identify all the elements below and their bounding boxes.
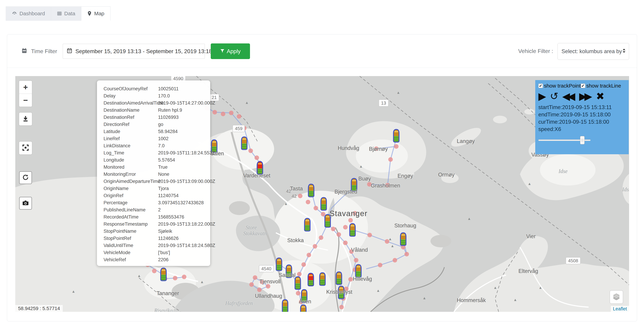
- slider-handle[interactable]: [580, 136, 584, 144]
- bus-marker[interactable]: [302, 290, 307, 302]
- bus-marker-highlighted[interactable]: [308, 273, 314, 286]
- zoom-out-button[interactable]: −: [19, 94, 32, 107]
- track-point[interactable]: [297, 272, 302, 276]
- track-point[interactable]: [367, 182, 372, 186]
- track-point[interactable]: [344, 286, 348, 291]
- bus-marker[interactable]: [308, 184, 314, 197]
- track-point[interactable]: [248, 148, 253, 153]
- bus-marker[interactable]: [295, 277, 300, 290]
- track-point[interactable]: [173, 276, 177, 280]
- track-point[interactable]: [302, 262, 306, 267]
- bus-marker[interactable]: [286, 265, 292, 278]
- checkbox-show-trackLine[interactable]: ✔: [581, 84, 585, 88]
- bus-marker[interactable]: [276, 258, 282, 271]
- track-point[interactable]: [343, 240, 348, 245]
- track-point[interactable]: [254, 156, 259, 160]
- track-point[interactable]: [249, 282, 254, 287]
- track-point[interactable]: [378, 263, 382, 267]
- track-point[interactable]: [392, 258, 397, 262]
- speed-slider[interactable]: [538, 136, 592, 144]
- bus-marker[interactable]: [161, 268, 166, 281]
- track-point[interactable]: [385, 239, 389, 244]
- layers-control[interactable]: [610, 290, 623, 304]
- track-point[interactable]: [257, 288, 262, 292]
- player-status-lines: startTime:2019-09-15 15:13:11endTime:201…: [538, 104, 626, 133]
- close-icon[interactable]: ✖: [596, 91, 604, 101]
- bus-marker[interactable]: [321, 198, 326, 210]
- popup-row: LinkDistance7.0: [97, 142, 210, 150]
- fast-forward-icon[interactable]: ▶▶: [579, 91, 592, 101]
- download-button[interactable]: [19, 112, 32, 126]
- leaflet-attribution-link[interactable]: Leaflet: [613, 306, 627, 312]
- replay-icon[interactable]: ↺: [550, 91, 558, 101]
- bus-marker[interactable]: [282, 300, 288, 312]
- track-point[interactable]: [353, 211, 357, 216]
- track-point[interactable]: [348, 218, 353, 222]
- bus-marker[interactable]: [304, 218, 310, 231]
- popup-field-value: 1002: [158, 136, 168, 142]
- bus-marker[interactable]: [350, 224, 355, 236]
- play-icon[interactable]: ▶: [538, 91, 546, 101]
- track-point[interactable]: [339, 305, 344, 309]
- track-point[interactable]: [331, 227, 336, 231]
- track-point[interactable]: [394, 144, 398, 149]
- popup-field-key: VehicleMode: [104, 250, 130, 255]
- track-point[interactable]: [296, 291, 300, 296]
- track-point[interactable]: [349, 249, 354, 254]
- track-point[interactable]: [354, 258, 358, 262]
- track-point[interactable]: [229, 111, 234, 115]
- track-point[interactable]: [182, 275, 186, 279]
- track-point[interactable]: [152, 269, 156, 273]
- track-point[interactable]: [404, 252, 409, 256]
- zoom-in-button[interactable]: +: [19, 81, 32, 94]
- track-point[interactable]: [212, 110, 217, 114]
- bus-marker[interactable]: [336, 272, 342, 284]
- popup-row: StopPointRef11246626: [97, 235, 210, 242]
- track-point[interactable]: [336, 232, 341, 237]
- popup-row: ValidUntilTime2019-09-15T14:18:24.580Z: [97, 242, 210, 249]
- date-range-input[interactable]: September 15, 2019 13:13 - September 15,…: [63, 44, 205, 59]
- popup-field-key: Longitude: [104, 158, 124, 163]
- track-point[interactable]: [368, 233, 372, 237]
- vehicle-filter-select[interactable]: Select: kolumbus area by: [558, 43, 629, 60]
- apply-button[interactable]: Apply: [211, 44, 250, 59]
- tab-map[interactable]: Map: [81, 6, 110, 21]
- track-point[interactable]: [385, 183, 390, 188]
- track-point[interactable]: [343, 225, 348, 230]
- popup-field-value: Sjøleik: [158, 228, 172, 234]
- track-point[interactable]: [306, 200, 310, 204]
- bus-marker[interactable]: [242, 137, 247, 150]
- track-point[interactable]: [237, 114, 241, 119]
- track-point[interactable]: [348, 277, 353, 282]
- track-point[interactable]: [253, 275, 257, 280]
- rewind-icon[interactable]: ◀◀: [562, 91, 575, 101]
- bus-marker[interactable]: [300, 305, 306, 312]
- track-point[interactable]: [298, 194, 302, 198]
- bus-marker[interactable]: [320, 273, 325, 286]
- track-point[interactable]: [307, 253, 311, 257]
- bus-marker[interactable]: [351, 178, 357, 191]
- tab-dashboard[interactable]: Dashboard: [6, 6, 51, 21]
- track-point[interactable]: [321, 212, 326, 216]
- refresh-button[interactable]: [19, 171, 32, 184]
- track-point[interactable]: [313, 244, 317, 248]
- track-point[interactable]: [319, 235, 323, 240]
- map[interactable]: dalenVardenesetHundvågBjørnøyLangøyVassø…: [15, 76, 629, 312]
- track-point[interactable]: [314, 206, 318, 210]
- bus-marker[interactable]: [356, 264, 361, 277]
- track-point[interactable]: [388, 157, 393, 162]
- bus-marker[interactable]: [325, 214, 330, 227]
- bus-marker[interactable]: [338, 286, 344, 299]
- bus-marker[interactable]: [394, 130, 399, 142]
- track-point[interactable]: [266, 284, 270, 288]
- track-point[interactable]: [221, 112, 225, 116]
- bus-marker-highlighted[interactable]: [257, 162, 263, 174]
- fullscreen-button[interactable]: [19, 141, 32, 155]
- track-point[interactable]: [374, 146, 378, 151]
- checkbox-show-trackPoint[interactable]: ✔: [538, 84, 543, 88]
- bus-marker[interactable]: [400, 233, 406, 246]
- camera-button[interactable]: [19, 197, 32, 210]
- tab-data[interactable]: Data: [51, 6, 81, 21]
- track-point[interactable]: [260, 280, 264, 284]
- player-status-text: endTime:2019-09-15 15:18:00: [538, 111, 626, 118]
